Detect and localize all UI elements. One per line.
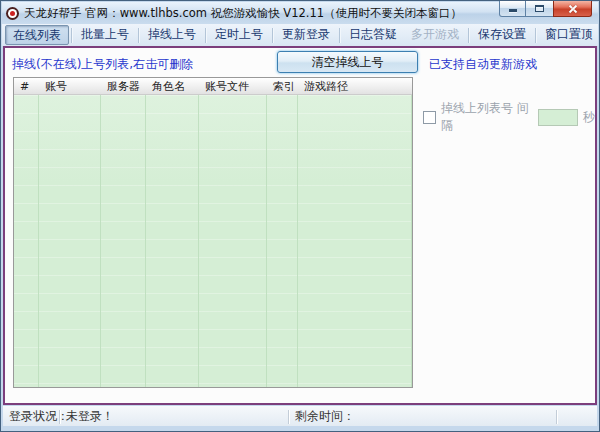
login-status-label: 登录状况：	[3, 407, 59, 426]
interval-seconds-input[interactable]	[538, 109, 578, 126]
window-topmost-button[interactable]: 窗口置顶	[538, 25, 600, 45]
toolbar-divider	[468, 28, 469, 43]
minimize-button[interactable]	[499, 1, 526, 17]
interval-label: 掉线上列表号 间隔	[441, 100, 533, 134]
window-controls	[499, 1, 592, 17]
toolbar-divider	[272, 28, 273, 43]
statusbar-end-pane	[557, 407, 597, 426]
tab-update-login[interactable]: 更新登录	[275, 25, 337, 45]
tab-log-faq[interactable]: 日志答疑	[342, 25, 404, 45]
column-header-character[interactable]: 角色名	[146, 79, 199, 94]
save-settings-button[interactable]: 保存设置	[471, 25, 533, 45]
table-column	[101, 95, 146, 387]
table-column	[14, 95, 39, 387]
toolbar-divider	[138, 28, 139, 43]
status-bar: 登录状况： 未登录！ 剩余时间：	[3, 406, 597, 426]
client-area: 掉线(不在线)上号列表,右击可删除 清空掉线上号 已支持自动更新游戏 # 账号 …	[3, 46, 597, 405]
table-column	[298, 95, 412, 387]
column-header-game-path[interactable]: 游戏路径	[298, 79, 412, 94]
clear-offline-list-button[interactable]: 清空掉线上号	[277, 51, 418, 73]
login-status-value: 未登录！	[60, 407, 288, 426]
tab-batch-login[interactable]: 批量上号	[74, 25, 136, 45]
interval-unit-label: 秒	[583, 109, 595, 126]
table-column	[267, 95, 298, 387]
toolbar-divider	[205, 28, 206, 43]
interval-checkbox[interactable]	[423, 111, 436, 124]
tab-timed-login[interactable]: 定时上号	[208, 25, 270, 45]
table-column	[146, 95, 199, 387]
minimize-icon	[509, 9, 517, 12]
maximize-icon	[535, 5, 544, 12]
column-header-index[interactable]: #	[14, 80, 39, 93]
close-button[interactable]	[553, 1, 592, 17]
column-header-account[interactable]: 账号	[39, 79, 101, 94]
toolbar-divider	[71, 28, 72, 43]
table-header-row: # 账号 服务器 角色名 账号文件 索引 游戏路径	[14, 78, 412, 95]
interval-option-row: 掉线上列表号 间隔 秒	[423, 100, 595, 134]
tab-online-list[interactable]: 在线列表	[5, 25, 69, 45]
toolbar-divider	[339, 28, 340, 43]
auto-update-notice: 已支持自动更新游戏	[429, 56, 537, 73]
column-header-server[interactable]: 服务器	[101, 79, 146, 94]
remaining-time-label: 剩余时间：	[289, 407, 556, 426]
app-target-icon	[10, 11, 15, 16]
multi-open-game-button: 多开游戏	[404, 25, 466, 45]
toolbar-divider	[535, 28, 536, 43]
table-column	[39, 95, 101, 387]
tab-offline-login[interactable]: 掉线上号	[141, 25, 203, 45]
toolbar: 在线列表 批量上号 掉线上号 定时上号 更新登录 日志答疑 多开游戏 保存设置 …	[2, 24, 598, 46]
column-header-idx[interactable]: 索引	[267, 79, 298, 94]
table-column	[199, 95, 267, 387]
offline-list-hint: 掉线(不在线)上号列表,右击可删除	[12, 56, 193, 73]
offline-account-table: # 账号 服务器 角色名 账号文件 索引 游戏路径	[13, 77, 413, 388]
app-window: 天龙好帮手 官网：www.tlhbs.com 祝您游戏愉快 V12.11（使用时…	[0, 0, 600, 432]
table-body-empty[interactable]	[14, 95, 412, 387]
window-title: 天龙好帮手 官网：www.tlhbs.com 祝您游戏愉快 V12.11（使用时…	[24, 6, 462, 21]
column-header-account-file[interactable]: 账号文件	[199, 79, 267, 94]
maximize-button[interactable]	[526, 1, 553, 17]
